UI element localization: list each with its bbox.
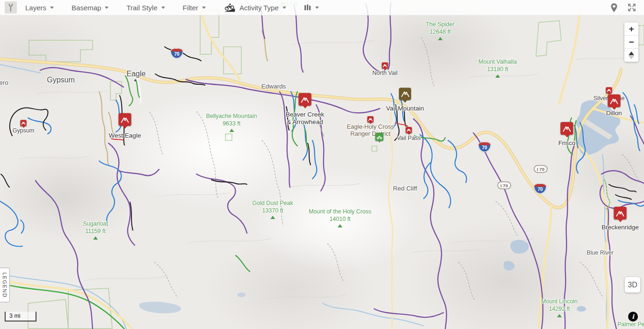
marker-breckenridge[interactable] [614, 207, 627, 222]
menu-activity-type-label: Activity Type [239, 4, 279, 12]
marker-vail-mountain[interactable] [399, 88, 411, 102]
location-pin-icon [610, 3, 618, 13]
marker-gypsum[interactable] [21, 120, 27, 128]
trails-green[interactable] [125, 76, 610, 271]
mountain-peaks-icon [607, 88, 611, 92]
zoom-in-button[interactable]: + [624, 22, 638, 36]
menu-activity-type[interactable]: Activity Type [224, 3, 286, 12]
chevron-down-icon [161, 7, 165, 9]
stats-bars-icon [304, 4, 311, 11]
trail-fork-logo-button[interactable] [5, 1, 17, 14]
legend-tab[interactable]: LEGEND [0, 268, 10, 302]
menu-trail-style-label: Trail Style [126, 4, 157, 12]
menu-layers-label: Layers [25, 4, 46, 12]
toolbar-right-group [609, 2, 639, 14]
trail-map-app: eroGypsumEagleEdwardsRed CliffBlue River… [0, 0, 644, 329]
menu-basemap[interactable]: Basemap [72, 4, 109, 12]
chevron-down-icon [105, 7, 109, 9]
three-d-toggle-button[interactable]: 3D [625, 277, 640, 292]
menu-layers[interactable]: Layers [25, 4, 54, 12]
mountain-peaks-icon [121, 116, 129, 123]
compass-needle-icon [624, 51, 638, 59]
highways [0, 9, 644, 329]
mountain-peaks-icon [383, 64, 387, 67]
marker-frisco[interactable] [561, 122, 573, 138]
chevron-down-icon [282, 7, 286, 9]
map-scale-bar: 3 mi [5, 312, 36, 322]
mountain-peaks-icon [407, 128, 411, 132]
menu-stats[interactable] [304, 4, 319, 11]
info-button[interactable]: i [628, 312, 638, 322]
zoom-out-button[interactable]: − [624, 36, 638, 49]
mountain-peaks-icon [401, 90, 409, 97]
marker-beaver-creek[interactable] [299, 93, 311, 109]
locate-me-button[interactable] [609, 2, 619, 14]
mountain-peaks-icon [616, 210, 624, 216]
map-canvas[interactable] [0, 0, 644, 329]
menu-trail-style[interactable]: Trail Style [126, 4, 165, 12]
fullscreen-expand-icon [627, 3, 637, 12]
mountain-peaks-icon [563, 125, 571, 132]
compass-reset-button[interactable] [624, 49, 638, 62]
mountain-peaks-icon [610, 97, 618, 104]
marker-silverthorne[interactable] [606, 87, 612, 95]
trails-purple[interactable] [36, 3, 644, 329]
marker-west-eagle[interactable] [119, 113, 131, 129]
zoom-control-panel: + − [624, 22, 638, 62]
marker-dillon[interactable] [608, 95, 621, 110]
menu-filter-label: Filter [183, 4, 198, 12]
trails-blue[interactable] [0, 92, 644, 247]
lakes-gray [139, 292, 246, 314]
fullscreen-button[interactable] [626, 2, 637, 13]
chevron-down-icon [202, 7, 206, 9]
trail-fork-icon [7, 3, 15, 12]
bike-icon [376, 134, 382, 139]
marker-poi[interactable] [368, 116, 374, 124]
marker-vail-pass[interactable] [406, 127, 412, 135]
marker-north-vail[interactable] [382, 62, 388, 70]
menu-filter[interactable]: Filter [183, 4, 206, 12]
mountain-peaks-icon [369, 117, 373, 121]
map-toolbar: Layers Basemap Trail Style Filter Activi… [0, 0, 644, 15]
menu-basemap-label: Basemap [72, 4, 101, 12]
protected-area-boundaries [28, 10, 644, 329]
mountain-peaks-icon [301, 96, 309, 102]
chevron-down-icon [50, 7, 54, 9]
mountain-peaks-icon [22, 121, 26, 125]
chevron-down-icon [315, 7, 319, 9]
marker-poi[interactable] [376, 133, 384, 143]
mountain-biker-icon [224, 3, 236, 12]
